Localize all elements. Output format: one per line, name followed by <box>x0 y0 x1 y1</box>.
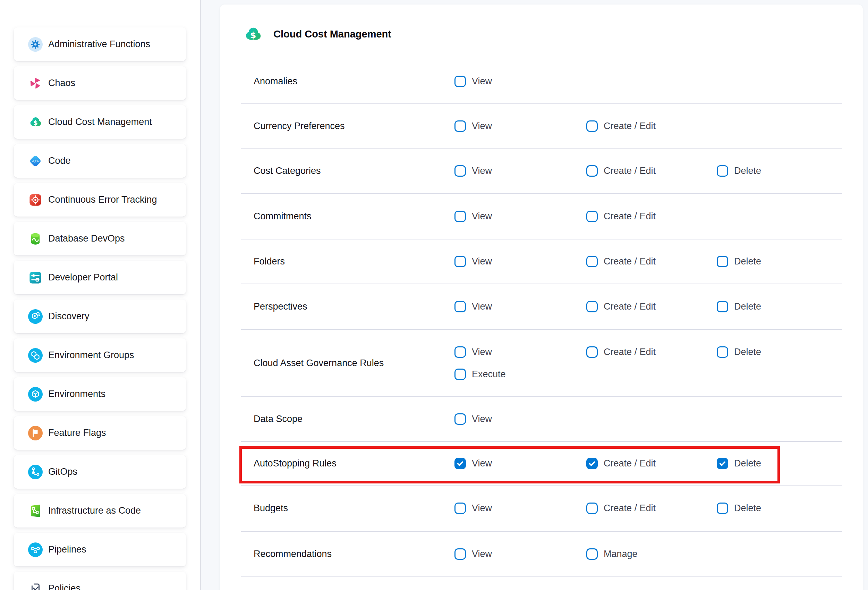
sidebar-item-environment-groups[interactable]: Environment Groups <box>14 339 186 372</box>
sidebar-item-infrastructure-as-code[interactable]: Infrastructure as Code <box>14 494 186 528</box>
resource-label: AutoStopping Rules <box>241 442 455 485</box>
environment-groups-icon <box>28 348 43 363</box>
developer-portal-icon <box>28 271 43 285</box>
checkbox-manage[interactable] <box>586 549 598 560</box>
sidebar-item-code[interactable]: </>Code <box>14 144 186 178</box>
permission-row-autostopping-rules: AutoStopping RulesViewCreate / EditDelet… <box>241 442 842 485</box>
permission-cell: Delete <box>717 442 842 485</box>
permission-label: Create / Edit <box>604 347 656 358</box>
sidebar-item-chaos[interactable]: Chaos <box>14 66 186 100</box>
permission-label: View <box>472 301 492 312</box>
checkbox-view[interactable] <box>455 301 466 312</box>
sidebar-item-developer-portal[interactable]: Developer Portal <box>14 261 186 294</box>
resource-label: Anomalies <box>241 59 455 104</box>
checkbox-create-edit[interactable] <box>586 211 598 222</box>
checkbox-delete[interactable] <box>717 346 728 358</box>
checkbox-view[interactable] <box>455 256 466 267</box>
checkbox-create-edit[interactable] <box>586 503 598 514</box>
permission-cell: View <box>455 104 586 148</box>
permission-row-recommendations: RecommendationsViewManage <box>241 532 842 577</box>
permission-cell: Delete <box>717 149 842 193</box>
permission-row-data-scope: Data ScopeView <box>241 397 842 442</box>
permission-cell: Delete <box>717 240 842 284</box>
permission-rows: AnomaliesViewCurrency PreferencesViewCre… <box>241 59 842 577</box>
permission-cell <box>586 59 717 104</box>
sidebar-item-administrative-functions[interactable]: Administrative Functions <box>14 27 186 61</box>
sidebar-item-discovery[interactable]: Discovery <box>14 300 186 333</box>
permission-label: View <box>472 121 492 132</box>
permission-label: Delete <box>734 503 761 514</box>
checkbox-view[interactable] <box>455 413 466 425</box>
checkbox-delete[interactable] <box>717 301 728 312</box>
database-icon <box>28 232 43 246</box>
sidebar-item-gitops[interactable]: GitOps <box>14 455 186 489</box>
checkbox-create-edit[interactable] <box>586 256 598 267</box>
checkbox-delete[interactable] <box>717 503 728 514</box>
resource-label: Cost Categories <box>241 149 455 193</box>
checkbox-execute[interactable] <box>455 368 466 380</box>
checkbox-create-edit[interactable] <box>586 346 598 358</box>
sidebar-item-feature-flags[interactable]: Feature Flags <box>14 416 186 450</box>
sidebar-item-label: GitOps <box>48 466 77 477</box>
checkbox-view[interactable] <box>455 346 466 358</box>
permission-label: Execute <box>472 369 506 380</box>
content-area: $ Cloud Cost Management AnomaliesViewCur… <box>201 0 868 590</box>
sidebar-item-label: Cloud Cost Management <box>48 117 152 127</box>
permission-cell: Create / Edit <box>586 194 717 239</box>
permission-row-commitments: CommitmentsViewCreate / Edit <box>241 194 842 240</box>
permission-label: Delete <box>734 256 761 267</box>
permission-cell: View <box>455 485 586 531</box>
permission-label: Create / Edit <box>604 503 656 514</box>
checkbox-view[interactable] <box>455 165 466 177</box>
permission-cell: Delete <box>717 330 842 396</box>
resource-label: Commitments <box>241 194 455 239</box>
gear-icon <box>28 37 43 52</box>
permission-row-anomalies: AnomaliesView <box>241 59 842 104</box>
pipelines-icon <box>28 543 43 557</box>
permission-label: Manage <box>604 549 638 559</box>
svg-text:</>: </> <box>32 158 39 163</box>
sidebar-item-continuous-error-tracking[interactable]: Continuous Error Tracking <box>14 183 186 217</box>
checkbox-create-edit[interactable] <box>586 120 598 132</box>
checkbox-delete[interactable] <box>717 256 728 267</box>
resource-label: Data Scope <box>241 397 455 441</box>
permission-label: View <box>472 166 492 176</box>
permission-label: View <box>472 503 492 514</box>
sidebar-item-label: Developer Portal <box>48 272 118 283</box>
sidebar-item-pipelines[interactable]: Pipelines <box>14 533 186 566</box>
permission-label: View <box>472 458 492 469</box>
sidebar-item-environments[interactable]: Environments <box>14 377 186 411</box>
checkbox-create-edit[interactable] <box>586 301 598 312</box>
sidebar-item-label: Policies <box>48 583 80 590</box>
permission-cell: Create / Edit <box>586 240 717 284</box>
permission-cell: Manage <box>586 532 717 577</box>
permission-label: View <box>472 414 492 424</box>
permission-cell: View <box>455 284 586 329</box>
sidebar-item-database-devops[interactable]: Database DevOps <box>14 222 186 256</box>
checkbox-view[interactable] <box>455 549 466 560</box>
checkbox-view[interactable] <box>455 211 466 222</box>
checkbox-view[interactable] <box>455 503 466 514</box>
module-permissions-card: $ Cloud Cost Management AnomaliesViewCur… <box>220 4 863 590</box>
permission-cell: Create / Edit <box>586 442 717 485</box>
checkbox-view[interactable] <box>455 458 466 469</box>
checkbox-create-edit[interactable] <box>586 458 598 469</box>
permission-cell <box>586 397 717 441</box>
chaos-icon <box>28 76 43 90</box>
checkbox-delete[interactable] <box>717 165 728 177</box>
policies-icon <box>28 581 43 590</box>
page-title: Cloud Cost Management <box>273 28 391 40</box>
sidebar-item-label: Continuous Error Tracking <box>48 194 157 205</box>
checkbox-create-edit[interactable] <box>586 165 598 177</box>
sidebar-item-cloud-cost-management[interactable]: $Cloud Cost Management <box>14 105 186 139</box>
sidebar-item-label: Infrastructure as Code <box>48 505 141 516</box>
gitops-icon <box>28 465 43 479</box>
checkbox-delete[interactable] <box>717 458 728 469</box>
sidebar-item-label: Discovery <box>48 311 90 322</box>
checkbox-view[interactable] <box>455 75 466 87</box>
sidebar-item-policies[interactable]: Policies <box>14 572 186 590</box>
checkbox-view[interactable] <box>455 120 466 132</box>
permission-label: Delete <box>734 347 761 358</box>
sidebar-item-label: Chaos <box>48 78 75 89</box>
permission-cell: View <box>455 149 586 193</box>
